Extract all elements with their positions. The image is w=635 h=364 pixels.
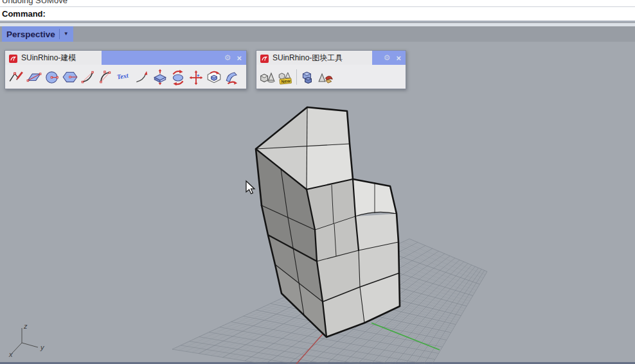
- polygon-tool-button[interactable]: [61, 68, 79, 86]
- rotate-tool-button[interactable]: [169, 68, 187, 86]
- make-block-tool-button[interactable]: [258, 68, 276, 86]
- command-prompt-label: Command:: [2, 9, 46, 19]
- toolbar-separator: [296, 69, 297, 85]
- command-prompt-row: Command:: [0, 7, 635, 22]
- rectangle-icon: [26, 69, 42, 85]
- insert-block-icon: [300, 69, 316, 85]
- toolbar-modeling-titlebar[interactable]: SUinRhino-建模 ⚙ ×: [5, 51, 246, 65]
- follow-me-icon: [206, 69, 222, 85]
- toolbar-suinrhino-modeling[interactable]: SUinRhino-建模 ⚙ ×: [4, 50, 247, 89]
- gear-icon[interactable]: ⚙: [384, 54, 391, 62]
- circle-icon: [44, 69, 60, 85]
- arc-angle-tool-button[interactable]: [97, 68, 115, 86]
- line-icon: [8, 69, 24, 85]
- command-input[interactable]: [46, 7, 635, 21]
- toolbar-suinrhino-blocks[interactable]: SUinRhino-图块工具 ⚙ ×: [256, 50, 406, 89]
- viewport-title-bar: Perspective ▼: [0, 26, 635, 42]
- viewport-3d[interactable]: [0, 42, 635, 362]
- arc-angle-icon: [98, 69, 114, 85]
- toolbar-blocks-titlebar[interactable]: SUinRhino-图块工具 ⚙ ×: [256, 51, 406, 65]
- explode-block-tool-button[interactable]: [317, 68, 335, 86]
- suinrhino-app-icon: [9, 54, 17, 62]
- push-pull-tool-button[interactable]: [151, 68, 169, 86]
- circle-tool-button[interactable]: [43, 68, 61, 86]
- move-icon: [188, 69, 204, 85]
- tab-divider: [59, 29, 60, 39]
- gear-icon[interactable]: ⚙: [224, 54, 231, 62]
- viewport-tab-perspective[interactable]: Perspective ▼: [2, 26, 73, 42]
- viewport-tab-label: Perspective: [6, 30, 55, 39]
- text-icon: Text: [116, 69, 132, 85]
- toolbar-blocks-body: New: [256, 65, 406, 89]
- rotate-icon: [170, 69, 186, 85]
- tangent-arc-tool-button[interactable]: [133, 68, 151, 86]
- chevron-down-icon[interactable]: ▼: [64, 31, 69, 37]
- follow-me-tool-button[interactable]: [205, 68, 223, 86]
- command-history-row: Undoing SUMove: [0, 0, 635, 7]
- command-history-text: Undoing SUMove: [2, 0, 635, 5]
- toolbar-modeling-title: SUinRhino-建模: [21, 53, 76, 64]
- close-icon[interactable]: ×: [396, 54, 401, 62]
- new-block-tool-button[interactable]: New: [276, 68, 294, 86]
- arc-icon: [80, 69, 96, 85]
- toolbar-blocks-title: SUinRhino-图块工具: [273, 53, 343, 64]
- make-block-icon: [259, 69, 276, 85]
- explode-block-icon: [318, 69, 334, 85]
- tangent-arc-icon: [134, 69, 150, 85]
- suinrhino-app-icon: [260, 54, 269, 62]
- fillet-icon: [224, 69, 240, 85]
- insert-block-tool-button[interactable]: [299, 68, 317, 86]
- polygon-icon: [62, 69, 78, 85]
- text-tool-button[interactable]: Text: [115, 68, 133, 86]
- push-pull-icon: [152, 69, 168, 85]
- move-tool-button[interactable]: [187, 68, 205, 86]
- close-icon[interactable]: ×: [237, 54, 242, 62]
- rectangle-tool-button[interactable]: [25, 68, 43, 86]
- fillet-tool-button[interactable]: [223, 68, 241, 86]
- line-tool-button[interactable]: [7, 68, 25, 86]
- svg-text:Text: Text: [116, 71, 130, 80]
- new-block-icon: New: [277, 69, 294, 85]
- toolbar-modeling-body: Text: [5, 65, 246, 89]
- arc-tool-button[interactable]: [79, 68, 97, 86]
- rhino-window: Undoing SUMove Command: Perspective ▼: [0, 0, 635, 364]
